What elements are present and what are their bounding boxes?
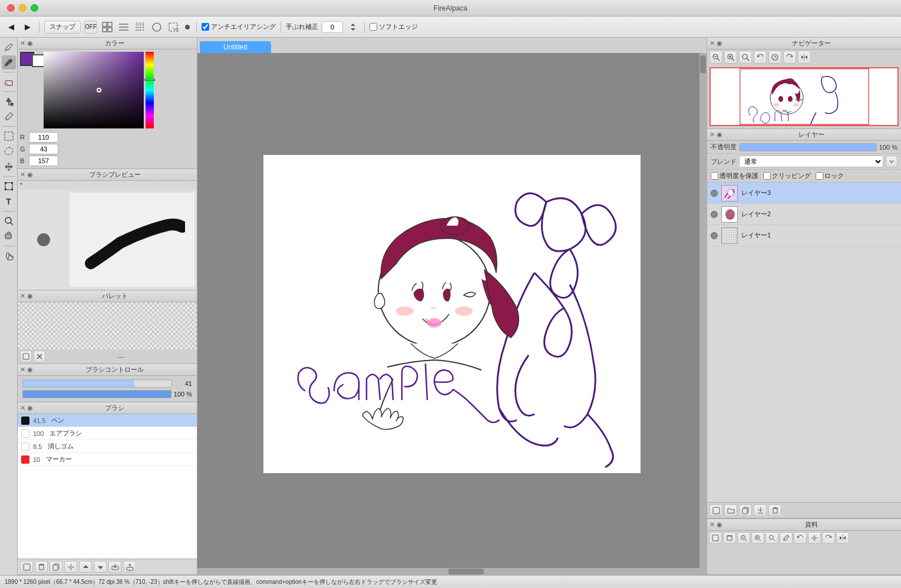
- nav-zoom-in[interactable]: [724, 51, 737, 64]
- canvas-drawing-area[interactable]: [263, 155, 641, 473]
- res-flip-btn[interactable]: [836, 532, 849, 544]
- layer-folder-btn[interactable]: [724, 504, 737, 516]
- snap-button[interactable]: スナップ: [44, 21, 81, 34]
- tool-select-lasso[interactable]: [2, 144, 16, 158]
- res-new-btn[interactable]: [709, 532, 722, 544]
- brush-preview-close[interactable]: ✕: [20, 171, 25, 179]
- snap-off-icon[interactable]: OFF: [84, 21, 97, 34]
- snap-grid-icon[interactable]: [101, 21, 114, 34]
- color-panel-close[interactable]: ✕: [20, 39, 25, 47]
- brush-preview-toggle[interactable]: ◉: [27, 171, 33, 179]
- brush-new-btn[interactable]: [20, 561, 33, 573]
- layer-1-visibility[interactable]: [711, 232, 718, 239]
- brush-list-toggle[interactable]: ◉: [27, 404, 33, 412]
- palette-delete-btn[interactable]: [34, 351, 45, 362]
- clipping-checkbox[interactable]: [763, 172, 771, 180]
- res-zoom-fit-btn[interactable]: [765, 532, 778, 544]
- navigator-close[interactable]: ✕: [709, 39, 715, 47]
- tool-move[interactable]: [2, 160, 16, 174]
- close-button[interactable]: [7, 4, 15, 12]
- blend-select-arrow[interactable]: [886, 156, 897, 167]
- brush-item-airbrush[interactable]: 100 エアブラシ: [18, 427, 197, 440]
- brush-item-pen[interactable]: 41.5 ペン: [18, 414, 197, 427]
- brush-item-eraser[interactable]: 8.5 消しゴム: [18, 440, 197, 453]
- res-delete-btn[interactable]: [723, 532, 736, 544]
- brush-list-close[interactable]: ✕: [20, 404, 25, 412]
- transparency-checkbox[interactable]: [711, 172, 718, 180]
- layer-3-visibility[interactable]: [711, 190, 718, 197]
- tool-select-rect[interactable]: [2, 129, 16, 143]
- color-gradient-box[interactable]: [44, 52, 144, 128]
- nav-zoom-fit[interactable]: [739, 51, 752, 64]
- layer-new-btn[interactable]: [709, 504, 722, 516]
- layers-toggle[interactable]: ◉: [717, 131, 722, 138]
- color-hue-slider[interactable]: [146, 52, 154, 128]
- tool-paint-bucket[interactable]: [2, 229, 16, 243]
- brush-control-close[interactable]: ✕: [20, 366, 25, 374]
- stabilizer-input[interactable]: 0: [322, 21, 343, 33]
- palette-panel-close[interactable]: ✕: [20, 292, 25, 300]
- scrollbar-thumb-h[interactable]: [448, 569, 484, 574]
- b-input[interactable]: [29, 156, 58, 166]
- antialias-input[interactable]: [202, 23, 209, 31]
- tool-eraser[interactable]: [2, 75, 16, 89]
- scrollbar-thumb-v[interactable]: [700, 55, 706, 73]
- layer-item-1[interactable]: レイヤー1: [707, 225, 901, 246]
- tool-transform[interactable]: [2, 179, 16, 193]
- palette-add-btn[interactable]: [20, 351, 32, 362]
- layers-close[interactable]: ✕: [709, 131, 715, 138]
- nav-zoom-out[interactable]: [709, 51, 722, 64]
- brush-settings-btn[interactable]: [64, 561, 77, 573]
- soft-edge-input[interactable]: [369, 23, 377, 31]
- minimize-button[interactable]: [19, 4, 27, 12]
- tool-hand[interactable]: [2, 249, 16, 263]
- maximize-button[interactable]: [31, 4, 38, 12]
- g-input[interactable]: [29, 144, 58, 154]
- brush-control-toggle[interactable]: ◉: [27, 366, 33, 374]
- color-panel-toggle[interactable]: ◉: [27, 39, 33, 47]
- brush-delete-btn[interactable]: [35, 561, 48, 573]
- navigator-toggle[interactable]: ◉: [717, 39, 722, 47]
- tool-fill[interactable]: [2, 94, 16, 108]
- brush-opacity-slider[interactable]: [22, 390, 171, 398]
- toolbar-forward-btn[interactable]: ▶: [21, 21, 34, 34]
- brush-size-slider[interactable]: [22, 379, 172, 388]
- background-color-swatch[interactable]: [32, 54, 45, 67]
- canvas-tab-untitled[interactable]: Untitled: [200, 41, 271, 53]
- res-zoom-out-btn[interactable]: [737, 532, 750, 544]
- tool-pen[interactable]: [2, 40, 16, 54]
- nav-flip[interactable]: [798, 51, 811, 64]
- snap-select-icon[interactable]: [167, 21, 180, 34]
- horizontal-scrollbar[interactable]: [197, 568, 699, 575]
- layer-2-visibility[interactable]: [711, 211, 718, 218]
- canvas-viewport[interactable]: [197, 53, 707, 575]
- snap-lines-icon[interactable]: [117, 21, 130, 34]
- soft-edge-checkbox[interactable]: ソフトエッジ: [369, 22, 418, 31]
- tool-eyedropper[interactable]: [2, 110, 16, 124]
- brush-down-btn[interactable]: [94, 561, 107, 573]
- nav-rotate-ccw[interactable]: [754, 51, 767, 64]
- lock-checkbox[interactable]: [816, 172, 823, 180]
- res-eyedrop-btn[interactable]: [780, 532, 793, 544]
- res-settings-btn[interactable]: [808, 532, 821, 544]
- res-rotate-cw-btn[interactable]: [822, 532, 835, 544]
- brush-export-btn[interactable]: [123, 561, 136, 573]
- layer-delete-btn[interactable]: [768, 504, 781, 516]
- snap-circle-icon[interactable]: [150, 21, 163, 34]
- res-zoom-in-btn[interactable]: [751, 532, 764, 544]
- resources-close[interactable]: ✕: [709, 521, 715, 528]
- nav-rotate-reset[interactable]: [768, 51, 781, 64]
- transparency-checkbox-item[interactable]: 透明度を保護: [711, 171, 758, 180]
- clipping-checkbox-item[interactable]: クリッピング: [763, 171, 811, 180]
- tool-brush[interactable]: [2, 55, 16, 70]
- layer-duplicate-btn[interactable]: [739, 504, 752, 516]
- r-input[interactable]: [29, 132, 58, 143]
- antialias-checkbox[interactable]: アンチエイリアシング: [202, 22, 276, 31]
- blend-select[interactable]: 通常: [739, 156, 883, 167]
- res-rotate-ccw-btn[interactable]: [794, 532, 807, 544]
- tool-text[interactable]: T: [2, 194, 16, 209]
- layer-merge-btn[interactable]: [754, 504, 767, 516]
- layer-item-2[interactable]: レイヤー2: [707, 204, 901, 225]
- brush-up-btn[interactable]: [79, 561, 92, 573]
- snap-cross-icon[interactable]: [134, 21, 147, 34]
